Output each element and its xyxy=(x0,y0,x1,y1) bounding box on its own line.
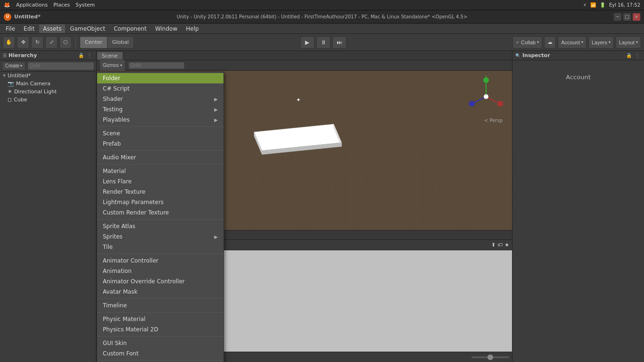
hierarchy-item-light[interactable]: ☀ Directional Light xyxy=(0,88,96,96)
hierarchy-header: ☰ Hierarchy 🔒 ⋮ xyxy=(0,51,96,60)
menu-item-render-texture[interactable]: Render Texture xyxy=(97,187,223,197)
menu-item-label: Testing xyxy=(103,106,123,113)
account-button[interactable]: Account ▾ xyxy=(558,36,586,49)
menu-window[interactable]: Window xyxy=(151,25,181,33)
system-app-applications[interactable]: Applications xyxy=(16,2,48,8)
menu-item-label: GUI Skin xyxy=(103,340,127,346)
inspector-menu-icon[interactable]: ⋮ xyxy=(634,52,641,59)
menu-item-folder[interactable]: Folder xyxy=(97,73,223,83)
hierarchy-search-input[interactable] xyxy=(27,62,94,70)
cube-label: Cube xyxy=(14,97,27,103)
play-button[interactable]: ▶ xyxy=(300,36,314,49)
slider-track[interactable] xyxy=(471,356,509,358)
menu-item-shader[interactable]: Shader▶ xyxy=(97,94,223,104)
maximize-button[interactable]: □ xyxy=(623,13,631,21)
collab-button[interactable]: ✓ Collab ▾ xyxy=(512,36,542,49)
cloud-button[interactable]: ☁ xyxy=(544,36,556,49)
pause-button[interactable]: ⏸ xyxy=(316,36,330,49)
menu-item-custom-font[interactable]: Custom Font xyxy=(97,348,223,359)
menu-item-audio-mixer[interactable]: Audio Mixer xyxy=(97,152,223,163)
menu-item-gui-skin[interactable]: GUI Skin xyxy=(97,338,223,348)
layout-button[interactable]: Layout ▾ xyxy=(616,36,641,49)
layers-label: Layers xyxy=(592,40,607,45)
close-button[interactable]: × xyxy=(633,13,640,21)
hierarchy-scene-row[interactable]: ▼ Untitled* xyxy=(0,72,96,80)
menu-item-label: C# Script xyxy=(103,85,130,92)
scene-toolbar: Gizmos ▾ xyxy=(97,60,512,71)
menu-item-animator-controller[interactable]: Animator Controller xyxy=(97,255,223,266)
title-bar-title: Unity - Unity 2017.2.0b11 Personal (64bi… xyxy=(177,14,468,20)
menu-item-testing[interactable]: Testing▶ xyxy=(97,104,223,115)
menu-item-avatar-mask[interactable]: Avatar Mask xyxy=(97,287,223,297)
menu-item-physic-material[interactable]: Physic Material xyxy=(97,314,223,324)
game-toolbar-icon1[interactable]: ⬆ xyxy=(491,242,495,248)
title-bar-controls[interactable]: − □ × xyxy=(614,13,640,21)
menu-file[interactable]: File xyxy=(2,25,19,33)
menu-bar: File Edit Assets GameObject Component Wi… xyxy=(0,24,644,34)
game-toolbar-icon2[interactable]: 🏷 xyxy=(497,242,503,248)
hierarchy-lock-icon[interactable]: 🔒 xyxy=(77,52,85,59)
menu-item-label: Lens Flare xyxy=(103,178,132,185)
menu-item-lightmap-parameters[interactable]: Lightmap Parameters xyxy=(97,197,223,207)
menu-item-custom-render-texture[interactable]: Custom Render Texture xyxy=(97,207,223,218)
menu-assets[interactable]: Assets xyxy=(39,25,65,33)
menu-item-sprite-atlas[interactable]: Sprite Atlas xyxy=(97,221,223,231)
battery-icon: 🔋 xyxy=(600,2,605,8)
system-app-system[interactable]: System xyxy=(75,2,95,8)
hierarchy-item-cube[interactable]: ◻ Cube xyxy=(0,96,96,104)
menu-item-label: Avatar Mask xyxy=(103,288,138,295)
game-toolbar-icon3[interactable]: ★ xyxy=(504,242,509,248)
scene-light-icon: ✦ xyxy=(296,97,301,103)
rect-tool[interactable]: ⬡ xyxy=(59,36,72,49)
menu-item-sprites[interactable]: Sprites▶ xyxy=(97,231,223,242)
menu-component[interactable]: Component xyxy=(110,25,150,33)
scene-search-input[interactable] xyxy=(128,62,185,69)
gizmos-button[interactable]: Gizmos ▾ xyxy=(99,59,125,72)
menu-item-animator-override-controller[interactable]: Animator Override Controller xyxy=(97,276,223,287)
scale-tool[interactable]: ⤢ xyxy=(45,36,58,49)
system-app-places[interactable]: Places xyxy=(53,2,70,8)
menu-item-arrow: ▶ xyxy=(214,117,218,123)
menu-help[interactable]: Help xyxy=(182,25,202,33)
rotate-tool[interactable]: ↻ xyxy=(31,36,43,49)
inspector-content: Account xyxy=(512,60,644,84)
menu-item-physics-material-2d[interactable]: Physics Material 2D xyxy=(97,324,223,335)
menu-gameobject[interactable]: GameObject xyxy=(66,25,109,33)
hand-tool[interactable]: ✋ xyxy=(3,36,15,49)
inspector-lock-icon[interactable]: 🔒 xyxy=(625,52,633,59)
menu-item-label: Custom Font xyxy=(103,350,139,357)
title-bar: U Untitled* Unity - Unity 2017.2.0b11 Pe… xyxy=(0,10,644,24)
menu-item-label: Lightmap Parameters xyxy=(103,199,164,206)
menu-edit[interactable]: Edit xyxy=(20,25,38,33)
menu-item-scene[interactable]: Scene xyxy=(97,128,223,139)
menu-item-timeline[interactable]: Timeline xyxy=(97,300,223,311)
hierarchy-title: Hierarchy xyxy=(8,52,37,58)
svg-text:X: X xyxy=(501,102,504,107)
step-button[interactable]: ⏭ xyxy=(332,36,347,49)
hierarchy-list-icon: ☰ xyxy=(3,53,7,58)
minimize-button[interactable]: − xyxy=(614,13,621,21)
menu-item-c#-script[interactable]: C# Script xyxy=(97,83,223,94)
firefox-icon[interactable]: 🦊 xyxy=(4,2,10,8)
global-tab[interactable]: Global xyxy=(107,37,133,48)
hierarchy-item-camera[interactable]: 📷 Main Camera xyxy=(0,80,96,88)
menu-item-material[interactable]: Material xyxy=(97,166,223,176)
menu-item-tile[interactable]: Tile xyxy=(97,242,223,252)
system-bar: 🦊 Applications Places System ⚡ 📶 🔋 Eyl 1… xyxy=(0,0,644,10)
bluetooth-icon: ⚡ xyxy=(583,2,586,8)
center-tab[interactable]: Center xyxy=(80,37,107,48)
scene-tab[interactable]: Scene xyxy=(97,51,123,60)
app-icon: U xyxy=(4,13,11,21)
menu-item-lens-flare[interactable]: Lens Flare xyxy=(97,176,223,187)
camera-icon: 📷 xyxy=(8,81,14,87)
account-label: Account xyxy=(566,74,591,81)
hierarchy-menu-icon[interactable]: ⋮ xyxy=(86,52,93,59)
menu-item-animation[interactable]: Animation xyxy=(97,266,223,276)
move-tool[interactable]: ✥ xyxy=(17,36,29,49)
hierarchy-create-button[interactable]: Create ▾ xyxy=(2,62,25,70)
layers-button[interactable]: Layers ▾ xyxy=(588,36,614,49)
slider-thumb[interactable] xyxy=(487,354,493,360)
menu-item-prefab[interactable]: Prefab xyxy=(97,139,223,149)
menu-item-playables[interactable]: Playables▶ xyxy=(97,115,223,125)
create-label: Create xyxy=(5,63,19,68)
